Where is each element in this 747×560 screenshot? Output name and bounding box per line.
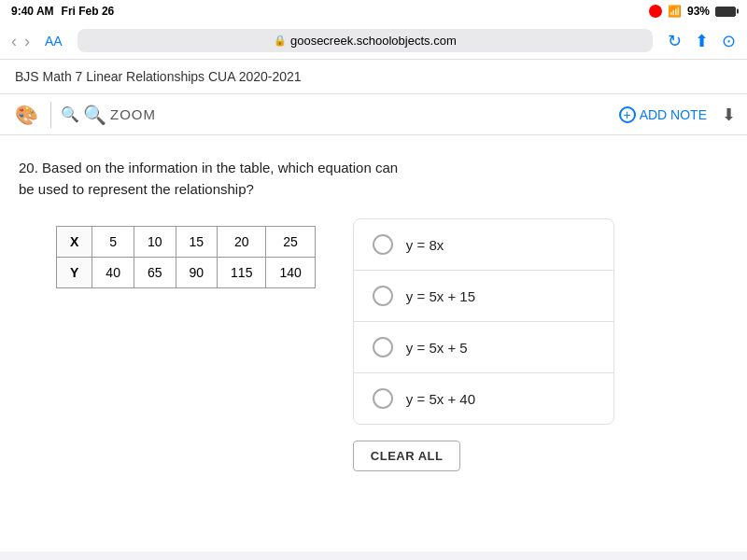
status-bar-right: 📶 93% [649,5,736,18]
answer-option-a[interactable]: y = 8x [353,218,614,271]
back-button[interactable]: ‹ [11,33,17,49]
question-body: Based on the information in the table, w… [19,160,398,197]
toolbar-divider [50,102,51,128]
clear-all-button[interactable]: CLEAR ALL [353,441,461,471]
nav-buttons: ‹ › [11,33,30,49]
wifi-icon: 📶 [668,5,682,18]
forward-button[interactable]: › [24,33,30,49]
toolbar: 🎨 🔍 🔍 ZOOM + ADD NOTE ⬇ [0,94,747,135]
content-row: X 5 10 15 20 25 Y 40 65 90 115 140 [19,218,728,471]
table-cell: 115 [218,258,266,288]
answer-label-a: y = 8x [406,237,444,253]
question-number: 20. [19,160,38,175]
lock-icon: 🔒 [274,35,287,47]
date-display: Fri Feb 26 [62,5,115,18]
radio-b[interactable] [373,286,393,306]
table-cell: 10 [134,227,176,258]
toolbar-right: + ADD NOTE ⬇ [612,103,736,127]
browser-chrome: ‹ › AA 🔒 goosecreek.schoolobjects.com ↻ … [0,22,747,60]
table-cell: 40 [92,258,134,288]
record-icon [649,5,662,18]
status-bar-left: 9:40 AM Fri Feb 26 [11,5,114,18]
main-content: 20. Based on the information in the tabl… [0,135,747,552]
search-icon: 🔍 [61,105,79,123]
table-cell: 140 [266,258,315,288]
add-note-button[interactable]: + ADD NOTE [612,103,714,127]
radio-d[interactable] [373,388,393,409]
url-bar[interactable]: 🔒 goosecreek.schoolobjects.com [78,29,653,52]
battery-level: 93% [687,5,710,18]
toolbar-left: 🎨 🔍 🔍 ZOOM [11,100,600,130]
table-header-y: Y [57,258,92,288]
status-bar: 9:40 AM Fri Feb 26 📶 93% [0,0,747,22]
add-note-label: ADD NOTE [640,107,707,122]
plus-icon: + [619,106,636,123]
table-cell: 25 [266,227,315,258]
download-button[interactable]: ⬇ [722,105,736,125]
radio-c[interactable] [373,337,393,357]
aa-button[interactable]: AA [45,34,63,49]
table-cell: 15 [176,227,218,258]
share-button[interactable]: ⬆ [695,31,709,51]
page-title-bar: BJS Math 7 Linear Relationships CUA 2020… [0,60,747,94]
data-table: X 5 10 15 20 25 Y 40 65 90 115 140 [56,226,316,288]
table-row-y: Y 40 65 90 115 140 [57,258,316,288]
zoom-area: 🔍 🔍 ZOOM [61,104,156,126]
table-cell: 90 [176,258,218,288]
browser-actions: ↻ ⬆ ⊙ [668,31,736,51]
table-cell: 20 [218,227,266,258]
answer-option-b[interactable]: y = 5x + 15 [353,270,614,322]
table-header-x: X [57,227,92,258]
zoom-search-icon: 🔍 [83,104,106,126]
reload-button[interactable]: ↻ [668,31,682,51]
page-title: BJS Math 7 Linear Relationships CUA 2020… [15,69,302,84]
table-row-x: X 5 10 15 20 25 [57,227,316,258]
safari-button[interactable]: ⊙ [722,31,736,51]
answer-option-c[interactable]: y = 5x + 5 [353,321,614,373]
time-display: 9:40 AM [11,5,54,18]
url-text: goosecreek.schoolobjects.com [290,34,457,48]
answer-option-d[interactable]: y = 5x + 40 [353,372,614,425]
zoom-label: ZOOM [110,106,156,122]
table-cell: 65 [134,258,176,288]
battery-icon [715,7,736,17]
answer-label-c: y = 5x + 5 [406,340,468,356]
palette-button[interactable]: 🎨 [11,100,41,130]
question-text: 20. Based on the information in the tabl… [19,158,411,200]
table-cell: 5 [92,227,134,258]
answer-label-d: y = 5x + 40 [406,391,475,407]
answer-options: y = 8x y = 5x + 15 y = 5x + 5 y = 5x + 4… [353,218,614,424]
answer-section: y = 8x y = 5x + 15 y = 5x + 5 y = 5x + 4… [353,218,614,471]
radio-a[interactable] [373,234,393,255]
answer-label-b: y = 5x + 15 [406,288,475,304]
